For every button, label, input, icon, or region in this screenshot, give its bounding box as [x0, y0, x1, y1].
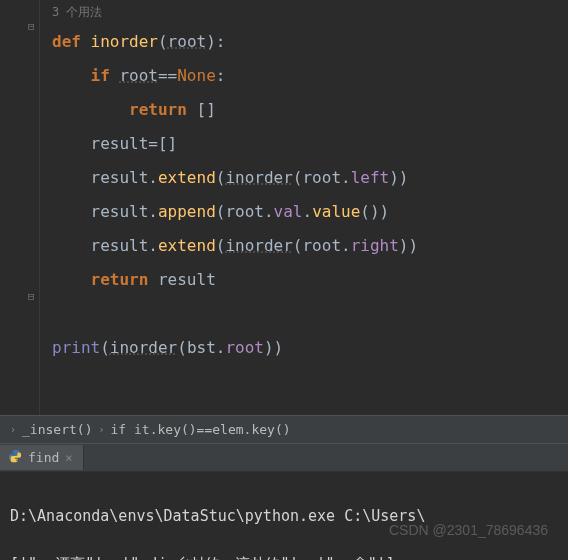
close-icon[interactable]: ×: [65, 451, 72, 465]
breadcrumb-item[interactable]: if it.key()==elem.key(): [111, 422, 291, 437]
code-line[interactable]: return []: [0, 93, 568, 127]
code-line[interactable]: return result: [0, 263, 568, 297]
tab-label: find: [28, 450, 59, 465]
code-line[interactable]: print(inorder(bst.root)): [0, 331, 568, 365]
console-line: ['"n.漂亮"', '"adj.乡村的，淳朴的"', '"v.拿"']: [10, 552, 558, 560]
fold-marker-icon[interactable]: ⊟: [28, 20, 35, 33]
code-line[interactable]: result=[]: [0, 127, 568, 161]
console-output[interactable]: D:\Anaconda\envs\DataStuc\python.exe C:\…: [0, 472, 568, 560]
python-icon: [8, 449, 22, 466]
chevron-right-icon: ›: [98, 424, 104, 435]
chevron-right-icon: ›: [10, 424, 16, 435]
tab-bar: find ×: [0, 444, 568, 472]
usage-hint: 3 个用法: [0, 2, 568, 25]
code-line[interactable]: [0, 297, 568, 331]
watermark: CSDN @2301_78696436: [389, 522, 548, 538]
code-line[interactable]: result.extend(inorder(root.right)): [0, 229, 568, 263]
breadcrumb-item[interactable]: _insert(): [22, 422, 92, 437]
code-line[interactable]: result.append(root.val.value()): [0, 195, 568, 229]
code-line[interactable]: def inorder(root):: [0, 25, 568, 59]
code-line[interactable]: result.extend(inorder(root.left)): [0, 161, 568, 195]
code-editor[interactable]: ⊟ ⊟ 3 个用法 def inorder(root): if root==No…: [0, 0, 568, 415]
code-line[interactable]: if root==None:: [0, 59, 568, 93]
fold-marker-icon[interactable]: ⊟: [28, 290, 35, 303]
breadcrumb[interactable]: › _insert() › if it.key()==elem.key(): [0, 415, 568, 444]
gutter: ⊟ ⊟: [0, 0, 40, 415]
tab-find[interactable]: find ×: [0, 445, 84, 470]
